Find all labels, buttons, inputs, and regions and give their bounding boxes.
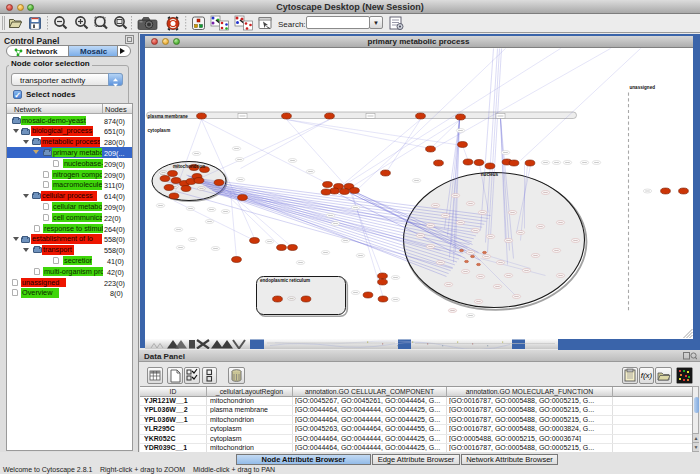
svg-text:unassigned: unassigned [629,85,655,90]
svg-text:nucleus: nucleus [480,171,498,176]
svg-text:cytoplasm: cytoplasm [147,127,170,132]
svg-text:plasma membrane: plasma membrane [147,113,188,118]
svg-text:endoplasmic reticulum: endoplasmic reticulum [260,278,310,283]
svg-text:mitochondrion: mitochondrion [172,164,204,169]
